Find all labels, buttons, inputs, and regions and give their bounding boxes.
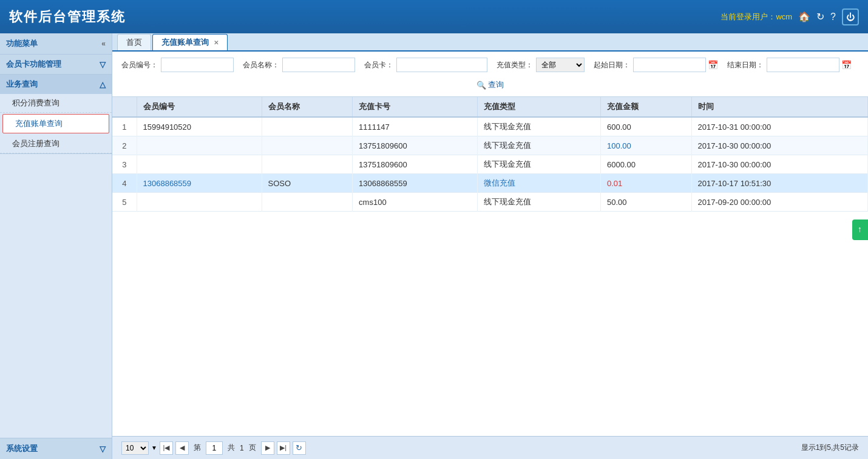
- filter-label-member-name: 会员名称：: [243, 60, 279, 70]
- main-layout: 功能菜单 « 会员卡功能管理 ▽ 业务查询 △ 积分消费查询: [0, 33, 868, 459]
- tab-recharge-bill[interactable]: 充值账单查询 ✕: [152, 34, 228, 50]
- end-date-calendar-icon[interactable]: 📅: [841, 60, 852, 70]
- cell-time: 2017-10-30 00:00:00: [691, 155, 867, 174]
- page-prev-btn[interactable]: ◀: [175, 441, 189, 455]
- help-icon[interactable]: ?: [830, 12, 836, 22]
- cell-index: 2: [112, 136, 137, 155]
- table-row[interactable]: 3 13751809600 线下现金充值 6000.00 2017-10-30 …: [112, 155, 868, 174]
- cell-amount: 600.00: [600, 117, 691, 136]
- table-row[interactable]: 2 13751809600 线下现金充值 100.00 2017-10-30 0…: [112, 136, 868, 155]
- filter-group-end-date: 结束日期： 📅: [727, 58, 852, 72]
- current-user: 当前登录用户：wcm: [721, 12, 792, 22]
- sidebar-collapse-icon[interactable]: «: [101, 39, 106, 48]
- search-button[interactable]: 🔍 查询: [476, 79, 504, 90]
- col-header-recharge-type: 充值类型: [478, 97, 601, 117]
- sidebar-bottom-label: 系统设置: [6, 443, 38, 454]
- header-right: 当前登录用户：wcm 🏠 ↻ ? ⏻: [721, 8, 859, 25]
- filter-row-1: 会员编号： 会员名称： 会员卡： 充值类型： 全部 线下现金充值 微信充: [121, 58, 859, 72]
- home-icon[interactable]: 🏠: [798, 11, 810, 22]
- table-row[interactable]: 1 15994910520 1111147 线下现金充值 600.00 2017…: [112, 117, 868, 136]
- cell-member-name: [262, 193, 353, 212]
- sidebar-bottom-settings[interactable]: 系统设置 ▽: [0, 438, 112, 459]
- cell-card-no: 13751809600: [353, 136, 478, 155]
- filter-input-member-name[interactable]: [282, 58, 355, 72]
- sidebar-item-points-query[interactable]: 积分消费查询: [0, 94, 112, 113]
- page-size-select[interactable]: 10 20 50: [121, 441, 149, 455]
- pagination-left: 10 20 50 ▼ |◀ ◀ 第 共 1 页 ▶ ▶| ↻: [121, 441, 306, 455]
- filter-label-recharge-type: 充值类型：: [497, 60, 533, 70]
- filter-input-end-date[interactable]: [767, 58, 839, 72]
- cell-member-name: [262, 117, 353, 136]
- cell-card-no: 13068868559: [353, 174, 478, 193]
- page-number-input[interactable]: [206, 441, 223, 455]
- cell-time: 2017-10-17 10:51:30: [691, 174, 867, 193]
- sidebar-section-icon-business-query: △: [100, 80, 106, 89]
- filter-group-member-name: 会员名称：: [243, 58, 355, 72]
- data-table-container: 会员编号 会员名称 充值卡号 充值类型 充值金额 时间 1 1599491052…: [112, 97, 868, 436]
- table-row[interactable]: 5 cms100 线下现金充值 50.00 2017-09-20 00:00:0…: [112, 193, 868, 212]
- filter-label-member-card: 会员卡：: [364, 60, 393, 70]
- sidebar-header: 功能菜单 «: [0, 33, 112, 55]
- data-table: 会员编号 会员名称 充值卡号 充值类型 充值金额 时间 1 1599491052…: [112, 97, 868, 212]
- tab-home[interactable]: 首页: [117, 34, 151, 50]
- cell-index: 1: [112, 117, 137, 136]
- filter-input-member-card[interactable]: [396, 58, 487, 72]
- col-header-member-name: 会员名称: [262, 97, 353, 117]
- tab-bar: 首页 充值账单查询 ✕: [112, 33, 868, 52]
- side-fab-button[interactable]: ←: [852, 219, 868, 240]
- filter-select-recharge-type[interactable]: 全部 线下现金充值 微信充值 支付宝充值: [536, 58, 585, 72]
- page-first-btn[interactable]: |◀: [160, 441, 173, 455]
- pages-label: 页: [249, 443, 256, 453]
- cell-time: 2017-10-30 00:00:00: [691, 136, 867, 155]
- app-title: 软件后台管理系统: [9, 8, 126, 26]
- search-icon: 🔍: [476, 81, 486, 90]
- cell-card-no: 13751809600: [353, 155, 478, 174]
- filter-input-start-date[interactable]: [633, 58, 706, 72]
- table-row[interactable]: 4 13068868559 SOSO 13068868559 微信充值 0.01…: [112, 174, 868, 193]
- of-label: 共: [228, 443, 235, 453]
- filter-input-member-id[interactable]: [161, 58, 234, 72]
- cell-index: 4: [112, 174, 137, 193]
- header: 软件后台管理系统 当前登录用户：wcm 🏠 ↻ ? ⏻: [0, 0, 868, 33]
- sidebar-item-recharge-query[interactable]: 充值账单查询: [2, 114, 109, 133]
- filter-group-member-card: 会员卡：: [364, 58, 487, 72]
- filter-label-member-id: 会员编号：: [121, 60, 158, 70]
- cell-amount: 6000.00: [600, 155, 691, 174]
- cell-recharge-type: 线下现金充值: [478, 136, 601, 155]
- tab-close-icon[interactable]: ✕: [214, 39, 219, 46]
- power-button[interactable]: ⏻: [842, 8, 859, 25]
- col-header-index: [112, 97, 137, 117]
- cell-card-no: 1111147: [353, 117, 478, 136]
- sidebar-section-label-business-query: 业务查询: [6, 79, 38, 90]
- sidebar: 功能菜单 « 会员卡功能管理 ▽ 业务查询 △ 积分消费查询: [0, 33, 112, 459]
- page-last-btn[interactable]: ▶|: [277, 441, 290, 455]
- sidebar-item-member-reg-query[interactable]: 会员注册查询: [0, 135, 112, 153]
- sidebar-bottom-icon: ▽: [100, 444, 106, 454]
- page-next-btn[interactable]: ▶: [261, 441, 274, 455]
- filter-group-start-date: 起始日期： 📅: [594, 58, 718, 72]
- pagination-refresh-btn[interactable]: ↻: [293, 441, 306, 455]
- cell-member-name: [262, 155, 353, 174]
- sidebar-section-header-business-query[interactable]: 业务查询 △: [0, 75, 112, 94]
- col-header-card-no: 充值卡号: [353, 97, 478, 117]
- cell-time: 2017-09-20 00:00:00: [691, 193, 867, 212]
- cell-member-id: 15994910520: [137, 117, 262, 136]
- col-header-time: 时间: [691, 97, 867, 117]
- cell-time: 2017-10-31 00:00:00: [691, 117, 867, 136]
- page-size-arrow: ▼: [151, 444, 157, 451]
- cell-recharge-type: 线下现金充值: [478, 193, 601, 212]
- cell-member-id: 13068868559: [137, 174, 262, 193]
- cell-index: 5: [112, 193, 137, 212]
- main-content: 首页 充值账单查询 ✕ 会员编号： 会员名称： 会员卡：: [112, 33, 868, 459]
- sidebar-section-header-member-card[interactable]: 会员卡功能管理 ▽: [0, 55, 112, 74]
- cell-recharge-type: 微信充值: [478, 174, 601, 193]
- filter-label-start-date: 起始日期：: [594, 60, 630, 70]
- page-label: 第: [194, 443, 201, 453]
- cell-amount: 0.01: [600, 174, 691, 193]
- refresh-header-icon[interactable]: ↻: [816, 11, 824, 22]
- cell-index: 3: [112, 155, 137, 174]
- col-header-member-id: 会员编号: [137, 97, 262, 117]
- pagination-summary: 显示1到5,共5记录: [801, 443, 859, 453]
- start-date-calendar-icon[interactable]: 📅: [708, 60, 718, 70]
- sidebar-top: 功能菜单 « 会员卡功能管理 ▽ 业务查询 △ 积分消费查询: [0, 33, 112, 154]
